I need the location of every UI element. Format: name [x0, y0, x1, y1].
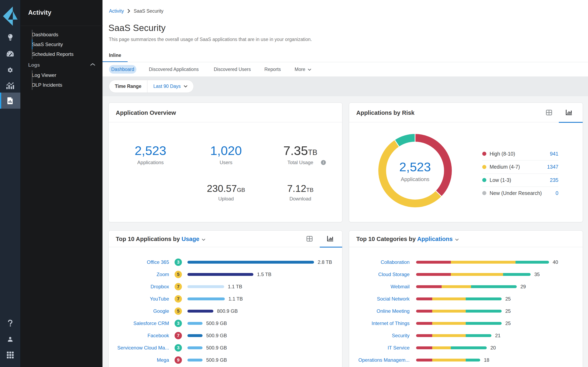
legend-value[interactable]: 0: [555, 190, 558, 196]
category-bar[interactable]: [416, 273, 531, 276]
category-bar[interactable]: [416, 261, 549, 264]
app-link[interactable]: Dropbox: [109, 284, 169, 290]
risk-badge: 5: [174, 308, 182, 315]
card-title: Top 10 Categories by Applications: [356, 236, 459, 242]
risk-badge: 3: [174, 259, 182, 266]
card-title: Applications by Risk: [356, 109, 415, 116]
rail-user-icon[interactable]: [0, 333, 20, 345]
category-bar[interactable]: [416, 346, 487, 349]
usage-dropdown[interactable]: Usage: [182, 236, 199, 242]
app-link[interactable]: Office 365: [109, 259, 169, 265]
sidebar-item-dlp-incidents[interactable]: DLP Incidents: [27, 80, 97, 90]
time-range-control: Time Range Last 90 Days: [109, 80, 194, 93]
chevron-down-icon[interactable]: [202, 236, 205, 242]
legend-row: High (8-10) 941: [482, 147, 558, 160]
brand-logo[interactable]: [3, 6, 17, 26]
tab-inline[interactable]: Inline: [103, 53, 128, 61]
subtab-discovered-users[interactable]: Discovered Users: [214, 65, 251, 74]
breadcrumb: Activity SaaS Security: [109, 8, 164, 14]
category-link[interactable]: Social Network: [349, 296, 410, 302]
category-link[interactable]: Collaboration: [349, 259, 410, 265]
chevron-down-icon[interactable]: [455, 236, 459, 242]
stat-download: 7.12TB Download: [287, 183, 313, 202]
risk-donut-center: 2,523 Applications: [374, 160, 456, 183]
app-link[interactable]: YouTube: [109, 296, 169, 302]
legend-value[interactable]: 941: [550, 151, 558, 157]
app-link[interactable]: Servicenow Cloud Ma...: [109, 345, 169, 351]
segment-low: [466, 310, 502, 313]
sidebar-item-dashboards[interactable]: Dashboards: [27, 30, 97, 40]
usage-bar[interactable]: [187, 285, 224, 288]
category-bar[interactable]: [416, 359, 480, 361]
chart-view-active-underline: [559, 122, 583, 123]
sidebar-item-log-viewer[interactable]: Log Viewer: [27, 70, 97, 80]
info-icon[interactable]: i: [321, 160, 326, 165]
usage-bar[interactable]: [187, 346, 203, 349]
rail-gear-icon[interactable]: [0, 64, 20, 76]
segment-medium: [432, 359, 466, 361]
app-link[interactable]: Mega: [109, 357, 169, 363]
sidebar-section-logs[interactable]: Logs: [28, 62, 95, 68]
usage-bar[interactable]: [187, 261, 314, 264]
app-link[interactable]: Salesforce CRM: [109, 320, 169, 326]
table-view-icon[interactable]: [539, 110, 559, 115]
usage-value: 1.5 TB: [257, 272, 271, 277]
usage-bar[interactable]: [187, 273, 253, 276]
category-link[interactable]: Security: [349, 333, 410, 338]
rail-app-grid-icon[interactable]: [0, 349, 20, 361]
category-value: 25: [505, 320, 511, 326]
usage-bar[interactable]: [187, 359, 203, 361]
card-header: Applications by Risk: [349, 103, 583, 122]
subtab-discovered-applications[interactable]: Discovered Applications: [149, 65, 199, 74]
filter-band: Time Range Last 90 Days: [103, 76, 588, 96]
time-range-value-dropdown[interactable]: Last 90 Days: [147, 80, 194, 92]
rail-reports-doc-icon[interactable]: [0, 92, 20, 109]
category-value: 25: [505, 308, 511, 314]
app-link[interactable]: Facebook: [109, 333, 169, 338]
app-link[interactable]: Google: [109, 308, 169, 314]
segment-low: [503, 273, 531, 276]
stat-applications: 2,523 Applications: [135, 143, 166, 165]
risk-badge: 7: [174, 283, 182, 290]
usage-bar[interactable]: [187, 310, 213, 313]
legend-value[interactable]: 235: [550, 177, 558, 183]
table-view-icon[interactable]: [300, 236, 319, 242]
breadcrumb-activity-link[interactable]: Activity: [109, 8, 124, 14]
subtab-reports[interactable]: Reports: [264, 65, 281, 74]
usage-value: 800.9 GB: [217, 308, 238, 314]
chart-view-icon[interactable]: [559, 109, 579, 116]
usage-bar[interactable]: [187, 322, 203, 325]
category-bar[interactable]: [416, 310, 502, 313]
applications-dropdown[interactable]: Applications: [417, 236, 453, 242]
usage-bar[interactable]: [187, 334, 203, 337]
category-value: 25: [505, 296, 511, 302]
category-link[interactable]: Cloud Storage: [349, 272, 410, 277]
category-bar[interactable]: [416, 298, 502, 300]
sidebar-item-scheduled-reports[interactable]: Scheduled Reports: [27, 49, 97, 59]
segment-high: [416, 359, 432, 361]
category-bar[interactable]: [416, 334, 492, 337]
subtab-more[interactable]: More: [295, 65, 311, 74]
category-link[interactable]: Internet of Things: [349, 320, 410, 326]
legend-value[interactable]: 1347: [547, 164, 558, 170]
segment-medium: [432, 322, 466, 325]
category-bar[interactable]: [416, 285, 517, 288]
category-link[interactable]: Operations Managem...: [349, 357, 410, 363]
rail-monitor-chart-icon[interactable]: [0, 80, 20, 92]
rail-lightbulb-icon[interactable]: [0, 31, 20, 43]
rail-help-icon[interactable]: [0, 317, 20, 329]
chevron-up-icon[interactable]: [90, 63, 95, 67]
segment-low: [451, 346, 487, 349]
category-link[interactable]: IT Service: [349, 345, 410, 351]
category-link[interactable]: Online Meeting: [349, 308, 410, 314]
usage-bar[interactable]: [187, 298, 225, 300]
chart-view-icon[interactable]: [320, 236, 340, 242]
category-link[interactable]: Webmail: [349, 284, 410, 290]
sidebar-item-saas-security[interactable]: SaaS Security: [27, 40, 97, 49]
rail-dashboard-gauge-icon[interactable]: [0, 48, 20, 60]
breadcrumb-current: SaaS Security: [134, 8, 164, 14]
card-title: Top 10 Applications by Usage: [116, 236, 205, 242]
category-bar[interactable]: [416, 322, 502, 325]
subtab-dashboard[interactable]: Dashboard: [109, 65, 136, 74]
app-link[interactable]: Zoom: [109, 272, 169, 277]
